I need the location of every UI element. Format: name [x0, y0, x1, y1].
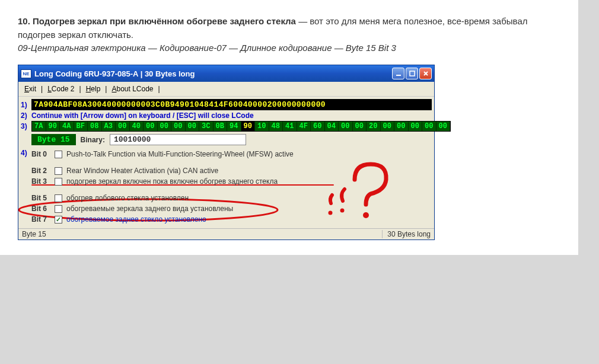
close-button[interactable] [419, 68, 432, 79]
bit-description: обогреваемые зеркала заднего вида устано… [66, 205, 432, 213]
bit-row: Bit 7обогреваемое заднее стекло установл… [31, 214, 432, 225]
bit-label: Bit 2 [31, 167, 50, 175]
status-left: Byte 15 [22, 230, 383, 238]
byte-cell[interactable]: BF [74, 122, 88, 131]
byte-cell[interactable]: 7A [32, 122, 46, 131]
byte-cell[interactable]: 00 [422, 122, 436, 131]
maximize-button[interactable] [406, 68, 418, 79]
bit-checkbox[interactable] [55, 194, 62, 202]
binary-label: Binary: [81, 134, 105, 145]
binary-value-input[interactable]: 10010000 [110, 134, 246, 145]
menu-lcode2[interactable]: LCode 2 [45, 84, 77, 94]
keyboard-instructions: Continue with [Arrow down] on keyboard /… [31, 111, 254, 120]
row-label-4: 4) [21, 149, 31, 157]
byte-cell[interactable]: 10 [255, 122, 269, 131]
byte-cell[interactable]: 41 [283, 122, 297, 131]
bit-checkbox[interactable] [55, 178, 62, 186]
bit-row: Bit 6обогреваемые зеркала заднего вида у… [31, 203, 432, 214]
bit-description: подогрев зеркал включен пока включен обо… [66, 177, 432, 186]
byte-cell[interactable]: 40 [130, 122, 144, 131]
bit-row: Bit 5обогрев лобового стекла установлен [31, 193, 432, 203]
bit-checkbox[interactable] [55, 167, 62, 175]
bit-label: Bit 5 [31, 194, 50, 202]
long-coding-window: NE Long Coding 6RU-937-085-A | 30 Bytes … [18, 65, 435, 240]
svg-rect-0 [396, 75, 401, 76]
byte-cell[interactable]: 00 [381, 122, 395, 131]
bit-label: Bit 7 [31, 215, 50, 223]
svg-rect-1 [410, 71, 415, 76]
byte-cell[interactable]: 00 [116, 122, 130, 131]
byte-cell[interactable]: 90 [46, 122, 60, 131]
byte-cell[interactable]: 00 [353, 122, 367, 131]
article-coding-path: 09-Центральная электроника — Кодирование… [18, 43, 560, 53]
byte-cell[interactable]: 90 [241, 122, 256, 131]
byte-cell[interactable]: 04 [325, 122, 339, 131]
menubar: Exit | LCode 2 | Help | About LCode | [18, 82, 434, 97]
byte-cell[interactable]: 4A [60, 122, 74, 131]
menu-exit[interactable]: Exit [22, 84, 39, 94]
bit-description: обогреваемое заднее стекло установлено [66, 215, 432, 223]
bit-description: Push-to-Talk Function via Multi-Function… [66, 150, 432, 158]
byte-cell[interactable]: 00 [394, 122, 409, 131]
bit-row: Bit 3подогрев зеркал включен пока включе… [31, 176, 432, 187]
byte-cell[interactable]: 00 [144, 122, 158, 131]
byte-cell[interactable]: 00 [436, 122, 451, 131]
bit-row: Bit 2Rear Window Heater Activation (via)… [31, 165, 432, 176]
byte-cell[interactable]: 0B [214, 122, 228, 131]
byte-cell[interactable]: 94 [227, 122, 241, 131]
long-coding-hex[interactable]: 7A904ABF08A30040000000003C0B94901048414F… [31, 99, 432, 110]
byte-cell[interactable]: 08 [88, 122, 102, 131]
byte-cell[interactable]: 4F [297, 122, 311, 131]
byte-cell[interactable]: A3 [102, 122, 116, 131]
byte-cell[interactable]: 20 [367, 122, 381, 131]
row-label-2: 2) [21, 111, 31, 120]
bit-label: Bit 3 [31, 177, 50, 186]
bit-description: обогрев лобового стекла установлен [66, 194, 432, 202]
byte-cell[interactable]: 00 [158, 122, 172, 131]
byte-index-label: Byte 15 [31, 134, 76, 145]
byte-cell[interactable]: 60 [311, 122, 325, 131]
status-right: 30 Bytes long [383, 230, 431, 238]
bit-label: Bit 6 [31, 205, 50, 213]
byte-cell[interactable]: 00 [409, 122, 423, 131]
byte-cell[interactable]: 00 [339, 122, 353, 131]
bit-list: Bit 0Push-to-Talk Function via Multi-Fun… [31, 149, 432, 225]
window-title: Long Coding 6RU-937-085-A | 30 Bytes lon… [34, 69, 389, 78]
row-label-1: 1) [21, 101, 31, 109]
bit-checkbox[interactable] [55, 205, 62, 213]
window-titlebar[interactable]: NE Long Coding 6RU-937-085-A | 30 Bytes … [18, 65, 434, 82]
bit-checkbox[interactable] [55, 151, 62, 158]
byte-cell[interactable]: 00 [186, 122, 200, 131]
byte-cell[interactable]: 00 [171, 122, 186, 131]
byte-cell[interactable]: 3C [199, 122, 214, 131]
bit-row: Bit 0Push-to-Talk Function via Multi-Fun… [31, 149, 432, 159]
bit-label: Bit 0 [31, 150, 50, 158]
menu-help[interactable]: Help [84, 84, 103, 94]
statusbar: Byte 15 30 Bytes long [18, 228, 434, 240]
byte-strip[interactable]: 7A904ABF08A30040000000003C0B94901048414F… [31, 121, 451, 132]
article-heading-bold: 10. Подогрев зеркал при включённом обогр… [18, 16, 296, 26]
bit-description: Rear Window Heater Activation (via) CAN … [66, 167, 432, 175]
menu-about[interactable]: About LCode [109, 84, 155, 94]
row-label-3: 3) [21, 122, 31, 130]
app-icon: NE [21, 69, 31, 78]
minimize-button[interactable] [392, 68, 404, 79]
bit-checkbox[interactable] [55, 216, 62, 223]
byte-cell[interactable]: 48 [269, 122, 283, 131]
